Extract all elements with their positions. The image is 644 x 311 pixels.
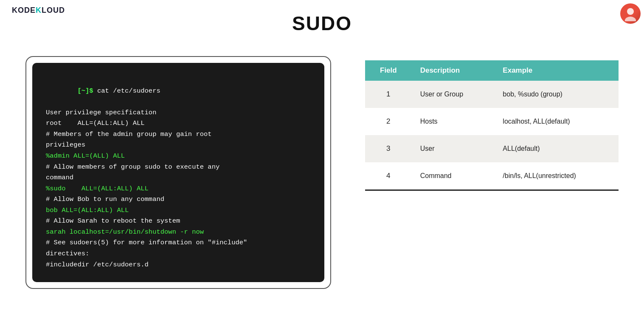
terminal-line: User privilege specification (46, 107, 311, 119)
logo-text-part2: LOUD (42, 6, 65, 14)
terminal-prompt-line: [~]$ cat /etc/sudoers (46, 75, 311, 107)
cell-example: /bin/ls, ALL(unrestricted) (494, 162, 619, 189)
cell-description: User (412, 135, 495, 162)
terminal-line: %admin ALL=(ALL) ALL (46, 151, 311, 162)
terminal-output: User privilege specificationroot ALL=(AL… (46, 107, 311, 270)
cell-description: Command (412, 162, 495, 189)
avatar-icon (623, 6, 638, 21)
main-content: [~]$ cat /etc/sudoers User privilege spe… (0, 35, 644, 302)
cell-field: 4 (365, 162, 412, 189)
terminal-line: # Allow Sarah to reboot the system (46, 216, 311, 227)
terminal-line: command (46, 172, 311, 184)
terminal-line: # Members of the admin group may gain ro… (46, 129, 311, 140)
terminal-card: [~]$ cat /etc/sudoers User privilege spe… (25, 56, 331, 289)
terminal-line: bob ALL=(ALL:ALL) ALL (46, 205, 311, 216)
terminal-window: [~]$ cat /etc/sudoers User privilege spe… (32, 63, 324, 282)
col-header-field: Field (365, 60, 412, 81)
table-area: Field Description Example 1User or Group… (365, 56, 619, 191)
table-body: 1User or Groupbob, %sudo (group)2Hostslo… (365, 81, 619, 189)
terminal-line: %sudo ALL=(ALL:ALL) ALL (46, 184, 311, 195)
table-row: 4Command/bin/ls, ALL(unrestricted) (365, 162, 619, 189)
cell-example: localhost, ALL(default) (494, 108, 619, 135)
cell-description: Hosts (412, 108, 495, 135)
logo-text-part1: KODE (12, 6, 36, 14)
table-header-row: Field Description Example (365, 60, 619, 81)
table-bottom-border (365, 189, 619, 191)
cell-description: User or Group (412, 81, 495, 108)
terminal-line: # Allow Bob to run any command (46, 194, 311, 205)
cell-field: 3 (365, 135, 412, 162)
svg-point-0 (627, 8, 634, 15)
cell-example: bob, %sudo (group) (494, 81, 619, 108)
cell-field: 1 (365, 81, 412, 108)
terminal-line: directives: (46, 249, 311, 260)
terminal-line: sarah localhost=/usr/bin/shutdown -r now (46, 227, 311, 238)
terminal-line: root ALL=(ALL:ALL) ALL (46, 118, 311, 129)
svg-point-1 (625, 17, 636, 21)
page-title: SUDO (0, 0, 644, 35)
table-row: 3UserALL(default) (365, 135, 619, 162)
terminal-line: # Allow members of group sudo to execute… (46, 162, 311, 173)
terminal-prompt: [~]$ (77, 87, 93, 95)
col-header-example: Example (494, 60, 619, 81)
table-row: 1User or Groupbob, %sudo (group) (365, 81, 619, 108)
terminal-line: privileges (46, 140, 311, 151)
avatar[interactable] (620, 3, 641, 24)
terminal-line: # See sudoers(5) for more information on… (46, 237, 311, 249)
logo: KODEKLOUD (12, 6, 65, 15)
logo-k-icon: K (36, 6, 42, 14)
table-row: 2Hostslocalhost, ALL(default) (365, 108, 619, 135)
cell-example: ALL(default) (494, 135, 619, 162)
terminal-command: cat /etc/sudoers (93, 87, 160, 95)
cell-field: 2 (365, 108, 412, 135)
terminal-line: #includedir /etc/sudoers.d (46, 260, 311, 271)
sudoers-table: Field Description Example 1User or Group… (365, 60, 619, 189)
col-header-description: Description (412, 60, 495, 81)
